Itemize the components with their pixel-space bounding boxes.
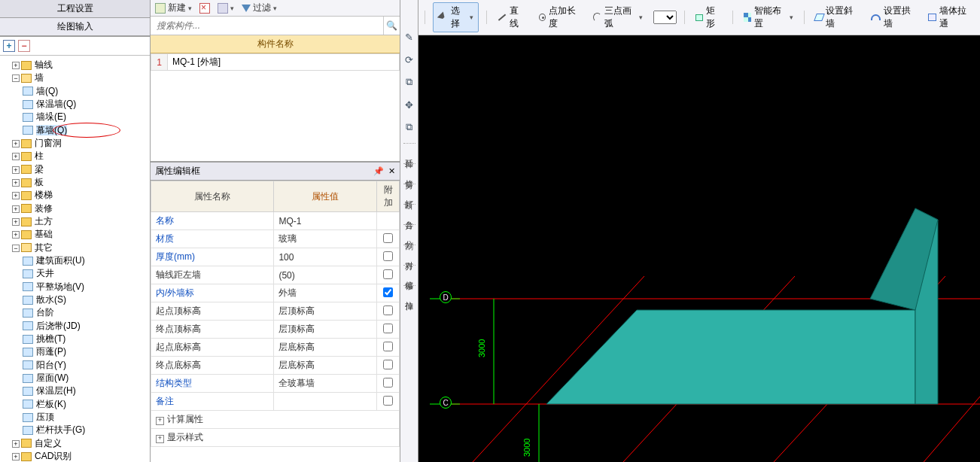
toggle-icon[interactable]: + (12, 179, 20, 187)
toggle-icon[interactable]: + (12, 153, 20, 160)
tree-node-custom[interactable]: 自定义 (35, 438, 62, 448)
prop-display-group[interactable]: 显示样式 (151, 429, 400, 447)
tree-node-door[interactable]: 门窗洞 (35, 138, 62, 148)
toggle-icon[interactable]: + (12, 453, 20, 460)
select-button[interactable]: 选择▾ (433, 2, 479, 32)
tree-node-patio[interactable]: 天井 (36, 269, 54, 279)
toggle-icon[interactable]: + (12, 62, 20, 69)
tree-node-wall[interactable]: 墙 (35, 73, 44, 84)
prop-value[interactable]: 层顶标高 (274, 302, 377, 321)
rotate-icon[interactable]: ⟳ (403, 53, 416, 66)
tree-node-earth[interactable]: 土方 (35, 216, 53, 226)
tool-align[interactable]: 对齐 (403, 254, 415, 256)
close-icon[interactable]: ✕ (388, 166, 395, 176)
delete-button[interactable] (199, 3, 210, 14)
copy-icon[interactable]: ⧉ (403, 120, 416, 134)
extra-checkbox[interactable] (383, 233, 393, 243)
filter-button[interactable]: 过滤▾ (242, 2, 277, 14)
prop-value[interactable]: 层底标高 (274, 339, 377, 357)
tool-offset[interactable]: 偏移 (403, 275, 415, 276)
tab-draw-input[interactable]: 绘图输入 (0, 18, 150, 36)
toggle-icon[interactable]: + (12, 140, 20, 147)
prop-value[interactable] (274, 393, 377, 411)
tree-node-axis[interactable]: 轴线 (35, 59, 53, 70)
tree-node-postcast-jd[interactable]: 后浇带(JD) (36, 321, 81, 331)
rect-button[interactable]: 矩形 (692, 3, 725, 32)
prop-value[interactable]: 全玻幕墙 (274, 375, 377, 393)
extra-checkbox[interactable] (383, 287, 393, 297)
tree-node-decor[interactable]: 装修 (35, 203, 53, 214)
tree-node-beam[interactable]: 梁 (35, 164, 44, 175)
prop-calc-group[interactable]: 计算属性 (151, 411, 400, 429)
prop-value[interactable]: 外墙 (274, 284, 377, 302)
tool-break[interactable]: 打断 (403, 193, 415, 195)
slant-wall-button[interactable]: 设置斜墙 (812, 3, 860, 32)
tab-project-settings[interactable]: 工程设置 (0, 0, 150, 18)
extra-checkbox[interactable] (383, 269, 393, 279)
tree-node-level-v[interactable]: 平整场地(V) (36, 281, 84, 292)
tree-node-coping[interactable]: 压顶 (36, 412, 54, 422)
point-length-button[interactable]: 点加长度 (536, 3, 583, 32)
model-viewport[interactable]: D C 3000 3000 (418, 35, 980, 462)
extra-checkbox[interactable] (383, 305, 393, 315)
component-row[interactable]: 1 MQ-1 [外墙] (151, 54, 400, 71)
tree-node-cad[interactable]: CAD识别 (35, 451, 72, 461)
mirror-icon[interactable]: ⧉ (403, 75, 416, 89)
tool-stretch[interactable]: 拉伸 (403, 295, 415, 296)
tree-node-apron-s[interactable]: 散水(S) (36, 294, 66, 305)
tree-node-insulate-q[interactable]: 保温墙(Q) (36, 99, 76, 109)
brush-icon[interactable]: ✎ (403, 30, 416, 44)
toggle-icon[interactable]: − (12, 74, 20, 82)
tree-node-column[interactable]: 柱 (35, 151, 44, 162)
tree-node-handrail-g[interactable]: 栏杆扶手(G) (36, 425, 85, 436)
tree-node-balcony-y[interactable]: 阳台(Y) (36, 360, 66, 370)
tree-node-area-u[interactable]: 建筑面积(U) (36, 255, 85, 266)
toggle-icon[interactable]: − (12, 245, 20, 252)
search-button[interactable]: 🔍 (383, 17, 400, 35)
tree-node-step[interactable]: 台阶 (36, 308, 54, 318)
tree-node-rain-p[interactable]: 雨蓬(P) (36, 347, 66, 357)
extra-checkbox[interactable] (383, 378, 393, 388)
arc-select[interactable] (653, 11, 676, 24)
tree-node-found[interactable]: 基础 (35, 229, 53, 240)
pin-icon[interactable]: 📌 (373, 166, 384, 176)
tree-node-roof-w[interactable]: 屋面(W) (36, 372, 68, 383)
tree-node-slab[interactable]: 板 (35, 177, 44, 187)
tree-node-wall-q[interactable]: 墙(Q) (36, 86, 58, 96)
extra-checkbox[interactable] (383, 360, 393, 369)
collapse-all-button[interactable]: − (18, 40, 30, 52)
tree-node-railing-k[interactable]: 栏板(K) (36, 399, 66, 409)
copy-button[interactable]: ▾ (218, 3, 234, 14)
component-name-cell[interactable]: MQ-1 [外墙] (168, 54, 400, 71)
extra-checkbox[interactable] (383, 342, 393, 351)
wall-through-button[interactable]: 墙体拉通 (925, 3, 973, 32)
extra-checkbox[interactable] (383, 251, 393, 261)
tool-trim[interactable]: 修剪 (403, 173, 415, 175)
toggle-icon[interactable]: + (12, 192, 20, 199)
prop-value[interactable]: 层顶标高 (274, 321, 377, 339)
tree-node-canopy-t[interactable]: 挑檐(T) (36, 333, 65, 344)
smart-layout-button[interactable]: 智能布置▾ (741, 3, 796, 32)
prop-value[interactable]: 层底标高 (274, 357, 377, 375)
prop-value[interactable]: (50) (274, 266, 377, 284)
extra-checkbox[interactable] (383, 396, 393, 406)
toggle-icon[interactable]: + (12, 205, 20, 213)
search-input[interactable] (151, 17, 383, 35)
expand-all-button[interactable]: + (3, 40, 15, 52)
new-button[interactable]: 新建▾ (155, 2, 192, 14)
prop-value[interactable]: MQ-1 (274, 212, 377, 230)
tree-node-insul-h[interactable]: 保温层(H) (36, 386, 76, 397)
tool-split[interactable]: 分割 (403, 234, 415, 236)
arch-wall-button[interactable]: 设置拱墙 (868, 3, 918, 32)
toggle-icon[interactable]: + (12, 231, 20, 239)
prop-value[interactable]: 玻璃 (274, 230, 377, 248)
tree-node-stair[interactable]: 楼梯 (35, 190, 53, 201)
arc3-button[interactable]: 三点画弧▾ (590, 3, 646, 32)
line-button[interactable]: 直线 (495, 3, 528, 32)
extra-checkbox[interactable] (383, 324, 393, 333)
move-icon[interactable]: ✥ (403, 98, 416, 111)
component-tree[interactable]: +轴线 −墙 墙(Q) 保温墙(Q) 墙垛(E) 幕墙(Q) +门窗洞 +柱 +… (0, 56, 150, 462)
toggle-icon[interactable]: + (12, 166, 20, 174)
tool-extend[interactable]: 延伸 (403, 153, 415, 154)
prop-value[interactable]: 100 (274, 248, 377, 266)
